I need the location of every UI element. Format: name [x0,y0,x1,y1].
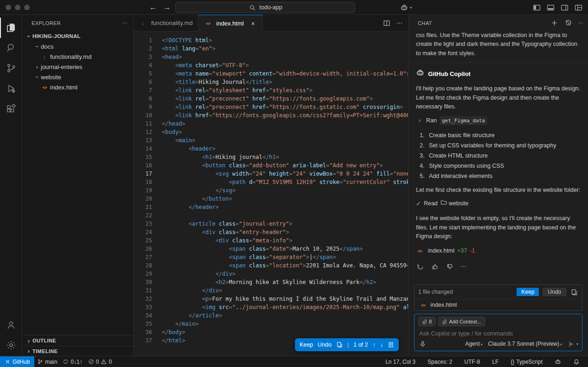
add-context-button[interactable]: Add Context... [438,317,485,326]
undo-change-button[interactable]: Undo [318,342,332,348]
encoding-status[interactable]: UTF-8 [461,356,483,367]
retry-button[interactable] [416,262,424,271]
activity-explorer-button[interactable] [0,18,22,38]
language-mode-status[interactable]: {} TypeScript [508,356,545,367]
changed-file-row[interactable]: <> index.html [415,299,582,310]
close-window-button[interactable] [6,5,11,10]
indentation-status[interactable]: Spaces: 2 [425,356,455,367]
git-branch-status[interactable]: main [34,356,60,367]
code-editor[interactable]: 1<!DOCTYPE html>2<html lang="en">3<head>… [134,32,408,356]
open-diff-button[interactable] [336,342,343,348]
command-center-search[interactable]: todo-app [175,2,355,13]
activity-source-control-button[interactable] [0,58,22,79]
file-change-chip[interactable]: <> index.html +37 -1 [416,247,475,255]
tree-item-index-html[interactable]: <>index.html [22,82,133,92]
code-line-3[interactable]: 3<head> [134,53,408,61]
toggle-secondary-sidebar-button[interactable] [560,3,569,12]
code-line-31[interactable]: 31 </div> [134,286,408,295]
code-line-7[interactable]: 7 <link rel="stylesheet" href="styles.cs… [134,86,408,95]
microphone-button[interactable] [418,340,427,348]
copilot-menu-button[interactable]: ▾ [400,3,412,12]
code-line-1[interactable]: 1<!DOCTYPE html> [134,36,408,44]
editor-more-actions-button[interactable]: ⋯ [396,19,403,26]
explorer-more-actions-button[interactable]: ⋯ [122,20,128,26]
code-line-24[interactable]: 24 <div class="entry-header"> [134,228,408,236]
code-line-25[interactable]: 25 <div class="meta-info"> [134,236,408,245]
activity-search-button[interactable] [0,38,22,58]
model-picker[interactable]: Claude 3.7 Sonnet (Preview)▾ [488,341,562,347]
section-timeline[interactable]: ›TIMELINE [22,346,133,356]
chat-history-button[interactable] [564,19,573,27]
activity-extensions-button[interactable] [0,99,22,120]
code-line-26[interactable]: 26 <span class="date">March 10, 2025</sp… [134,245,408,253]
split-editor-button[interactable] [383,19,391,27]
back-button[interactable]: ← [149,3,157,12]
minimize-window-button[interactable] [15,5,20,10]
thumbs-down-button[interactable] [446,262,454,271]
code-line-28[interactable]: 28 <span class="location">2201 Imola Ave… [134,261,408,270]
code-line-29[interactable]: 29 </div> [134,270,408,278]
undo-all-button[interactable]: Undo [543,288,566,296]
new-chat-button[interactable] [550,19,559,27]
code-line-5[interactable]: 5 <meta name="viewport" content="width=d… [134,70,408,78]
cursor-position-status[interactable]: Ln 17, Col 3 [383,356,418,367]
code-line-35[interactable]: 35 </main> [134,320,408,328]
problems-status[interactable]: 0 0 [85,356,115,367]
remote-indicator[interactable]: GitHub [0,356,34,367]
tab-index-html[interactable]: <> index.html × [198,15,262,32]
section-outline[interactable]: ›OUTLINE [22,335,133,346]
chat-more-actions-button[interactable]: ⋯ [578,20,583,26]
code-line-19[interactable]: 19 </svg> [134,186,408,195]
open-changes-file-button[interactable] [388,342,394,348]
code-line-13[interactable]: 13 <main> [134,136,408,145]
code-line-27[interactable]: 27 <span class="separator">|</span> [134,253,408,261]
keep-change-button[interactable]: Keep [300,342,313,348]
code-line-18[interactable]: 18 <path d="M12 5V19M5 12H19" stroke="cu… [134,178,408,186]
tool-call-row[interactable]: › Ran get_Figma_data [416,116,581,125]
read-target-chip[interactable]: website [441,199,468,209]
customize-layout-button[interactable] [574,3,582,12]
code-line-12[interactable]: 12<body> [134,128,408,136]
code-line-22[interactable]: 22 [134,211,408,220]
toggle-primary-sidebar-button[interactable] [532,3,541,12]
code-line-23[interactable]: 23 <article class="journal-entry"> [134,220,408,228]
tree-item-docs[interactable]: ›docs [22,41,133,51]
activity-run-debug-button[interactable] [0,79,22,99]
view-all-edits-button[interactable] [570,288,578,296]
notifications-bell-button[interactable] [570,356,582,367]
code-line-17[interactable]: 17 <svg width="24" height="24" viewBox="… [134,170,408,178]
toggle-panel-button[interactable] [546,3,555,12]
chat-text-input[interactable] [418,329,578,340]
eol-status[interactable]: LF [489,356,501,367]
thumbs-up-button[interactable] [431,262,439,271]
send-button[interactable]: ▾ [568,341,578,348]
sync-changes-status[interactable]: 0↓1↑ [60,356,85,367]
code-line-11[interactable]: 11</head> [134,120,408,128]
code-line-15[interactable]: 15 <h1>Hiking journal</h1> [134,153,408,161]
previous-change-button[interactable]: ↑ [373,342,376,348]
tree-root-folder[interactable]: › HIKING-JOURNAL [22,31,133,41]
code-line-34[interactable]: 34 </article> [134,311,408,320]
code-line-33[interactable]: 33 <img src="../journal-enteries/images/… [134,303,408,311]
code-line-36[interactable]: 36</body> [134,328,408,336]
code-line-16[interactable]: 16 <button class="add-button" aria-label… [134,161,408,170]
code-line-2[interactable]: 2<html lang="en"> [134,44,408,53]
tree-item-functionality-md[interactable]: ↓functionality.md [22,51,133,62]
next-change-button[interactable]: ↓ [380,342,383,348]
mode-picker[interactable]: Agent▾ [465,341,482,347]
code-line-8[interactable]: 8 <link rel="preconnect" href="https://f… [134,95,408,103]
keep-all-button[interactable]: Keep [517,288,539,296]
copilot-status-button[interactable] [552,356,564,367]
accounts-button[interactable] [0,315,22,335]
feedback-more-button[interactable]: ⋯ [460,262,467,271]
code-line-32[interactable]: 32 <p>For my hike this morning I did the… [134,295,408,303]
settings-button[interactable] [0,335,22,356]
code-line-4[interactable]: 4 <meta charset="UTF-8"> [134,61,408,70]
code-line-9[interactable]: 9 <link rel="preconnect" href="https://f… [134,103,408,111]
code-line-20[interactable]: 20 </button> [134,195,408,203]
close-tab-button[interactable]: × [249,20,257,27]
code-line-10[interactable]: 10 <link href="https://fonts.googleapis.… [134,111,408,120]
code-line-14[interactable]: 14 <header> [134,145,408,153]
attachments-count-pill[interactable]: 8 [418,317,435,326]
code-line-30[interactable]: 30 <h2>Morning hike at Skyline Wildernes… [134,278,408,286]
